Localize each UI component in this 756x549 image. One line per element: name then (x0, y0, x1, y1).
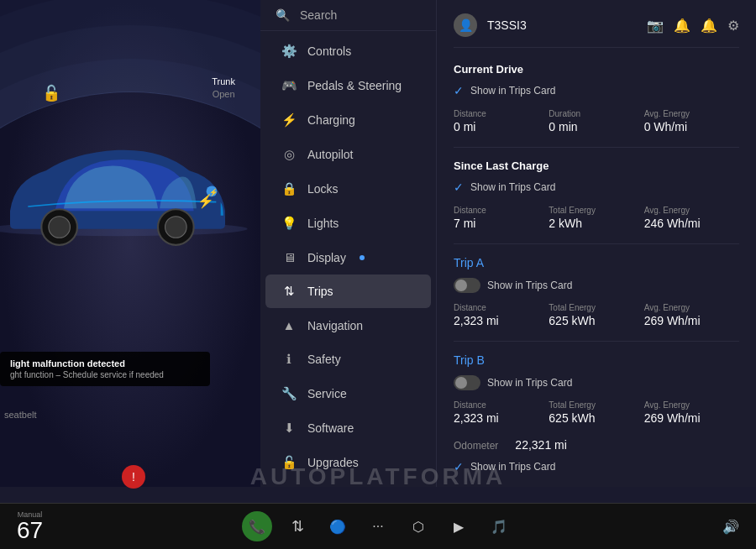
divider-1 (454, 147, 739, 148)
controls-label: Controls (307, 44, 351, 58)
navigation-icon: ▲ (281, 318, 297, 332)
sidebar-item-charging[interactable]: ⚡ Charging (265, 103, 431, 137)
since-last-charge-checkbox-row: ✓ Show in Trips Card (454, 180, 739, 194)
alert-circle-icon: ! (122, 465, 145, 489)
current-drive-checkbox-label: Show in Trips Card (470, 85, 555, 97)
current-drive-stats: Distance 0 mi Duration 0 min Avg. Energy… (454, 109, 739, 133)
current-drive-duration: Duration 0 min (549, 109, 643, 133)
seatbelt-label: seatbelt (4, 410, 37, 420)
autopilot-label: Autopilot (307, 148, 353, 161)
avatar: 👤 (454, 13, 477, 37)
volume-section: 🔊 (722, 519, 739, 535)
sidebar-item-service[interactable]: 🔧 Service (265, 377, 431, 410)
trip-a-stats: Distance 2,323 mi Total Energy 625 kWh A… (454, 303, 739, 327)
sidebar-item-upgrades[interactable]: 🔓 Upgrades (265, 446, 431, 479)
bell-icon-1[interactable]: 🔔 (674, 18, 690, 34)
sidebar-item-autopilot[interactable]: ◎ Autopilot (265, 138, 431, 171)
trip-b-title: Trip B (454, 353, 739, 367)
sidebar-item-trips[interactable]: ⇅ Trips (265, 274, 431, 308)
pedals-label: Pedals & Steering (307, 79, 402, 92)
sidebar-item-safety[interactable]: ℹ Safety (265, 342, 431, 376)
trip-b-toggle-row: Show in Trips Card (454, 375, 739, 390)
menu-dots-icon[interactable]: ··· (363, 511, 393, 541)
current-drive-checkbox-row: ✓ Show in Trips Card (454, 84, 739, 97)
settings-header-icon[interactable]: ⚙ (727, 18, 739, 34)
charging-side-icon: ⚡ (197, 193, 214, 209)
display-label: Display (307, 251, 346, 264)
trunk-status: Trunk Open (212, 76, 235, 102)
current-drive-title: Current Drive (454, 63, 739, 76)
user-name: T3SSI3 (487, 18, 637, 32)
odometer-row: Odometer 22,321 mi (454, 438, 739, 452)
trips-icon: ⇅ (281, 284, 297, 299)
charging-icon: ⚡ (281, 112, 297, 128)
user-header: 👤 T3SSI3 📷 🔔 🔔 ⚙ (454, 13, 739, 48)
divider-2 (454, 243, 739, 244)
locks-icon: 🔒 (281, 181, 297, 196)
software-icon: ⬇ (281, 421, 297, 436)
current-drive-energy: Avg. Energy 0 Wh/mi (644, 109, 739, 133)
charging-label: Charging (307, 113, 355, 127)
service-label: Service (307, 387, 347, 400)
since-last-charge-label: Show in Trips Card (470, 181, 555, 193)
trip-b-toggle[interactable] (454, 375, 480, 390)
volume-icon[interactable]: 🔊 (722, 519, 739, 535)
sidebar-item-locks[interactable]: 🔒 Locks (265, 172, 431, 206)
trip-b-toggle-label: Show in Trips Card (487, 377, 572, 389)
trip-a-distance: Distance 2,323 mi (454, 303, 549, 327)
speed-display: Manual 67 (17, 510, 43, 542)
service-icon: 🔧 (281, 386, 297, 401)
since-energy-total: Total Energy 2 kWh (549, 206, 643, 230)
alert-banner: light malfunction detected ght function … (0, 352, 210, 386)
autopilot-icon: ◎ (281, 147, 297, 162)
nav-bottom-icon[interactable]: 🔵 (323, 511, 353, 541)
since-last-charge-stats: Distance 7 mi Total Energy 2 kWh Avg. En… (454, 206, 739, 230)
music-bottom-icon[interactable]: 🎵 (484, 511, 514, 541)
odometer-checkbox-label: Show in Trips Card (470, 461, 555, 473)
trip-b-stats: Distance 2,323 mi Total Energy 625 kWh A… (454, 400, 739, 425)
trip-a-energy-total: Total Energy 625 kWh (549, 303, 643, 327)
sidebar-search-item[interactable]: 🔍 Search (260, 0, 436, 31)
odometer-check-icon: ✓ (454, 460, 464, 473)
upgrades-label: Upgrades (307, 456, 359, 469)
controls-icon: ⚙️ (281, 44, 297, 59)
since-last-charge-check-icon: ✓ (454, 180, 464, 194)
sidebar-item-pedals[interactable]: 🎮 Pedals & Steering (265, 69, 431, 102)
play-bottom-icon[interactable]: ▶ (444, 511, 474, 541)
trip-a-energy-avg: Avg. Energy 269 Wh/mi (644, 303, 739, 327)
trips-bottom-icon[interactable]: ⇅ (282, 511, 312, 541)
speed-value: 67 (17, 519, 43, 542)
sidebar-item-lights[interactable]: 💡 Lights (265, 207, 431, 240)
sidebar-item-navigation[interactable]: ▲ Navigation (265, 309, 431, 342)
software-label: Software (307, 421, 354, 435)
svg-point-4 (165, 217, 187, 238)
upgrades-icon: 🔓 (281, 455, 297, 470)
lights-label: Lights (307, 217, 339, 230)
trip-a-toggle-row: Show in Trips Card (454, 278, 739, 293)
camera-icon[interactable]: 📷 (647, 18, 664, 34)
safety-label: Safety (307, 353, 341, 366)
bottom-center-icons: 📞 ⇅ 🔵 ··· ⬡ ▶ 🎵 (242, 511, 514, 541)
bell-icon-2[interactable]: 🔔 (701, 18, 717, 34)
sidebar-item-display[interactable]: 🖥 Display (265, 241, 431, 274)
odometer-checkbox-row: ✓ Show in Trips Card (454, 460, 739, 473)
sidebar-item-software[interactable]: ⬇ Software (265, 411, 431, 445)
since-last-charge-title: Since Last Charge (454, 159, 739, 172)
navigation-label: Navigation (307, 319, 363, 332)
trip-a-toggle[interactable] (454, 278, 480, 293)
sidebar-item-controls[interactable]: ⚙️ Controls (265, 34, 431, 68)
media-bottom-icon[interactable]: ⬡ (403, 511, 433, 541)
sidebar-menu: 🔍 Search ⚙️ Controls 🎮 Pedals & Steering… (260, 0, 437, 487)
lights-icon: 💡 (281, 216, 297, 231)
pedals-icon: 🎮 (281, 78, 297, 93)
display-dot-indicator (360, 255, 365, 260)
current-drive-check-icon: ✓ (454, 84, 464, 97)
safety-icon: ℹ (281, 352, 297, 367)
since-energy-avg: Avg. Energy 246 Wh/mi (644, 206, 739, 230)
since-distance: Distance 7 mi (454, 206, 549, 230)
svg-point-2 (49, 217, 71, 238)
status-bar: Manual 67 📞 ⇅ 🔵 ··· ⬡ ▶ 🎵 🔊 (0, 503, 756, 549)
phone-call-button[interactable]: 📞 (242, 511, 272, 541)
odometer-value: 22,321 mi (515, 438, 566, 452)
search-label: Search (300, 8, 337, 22)
